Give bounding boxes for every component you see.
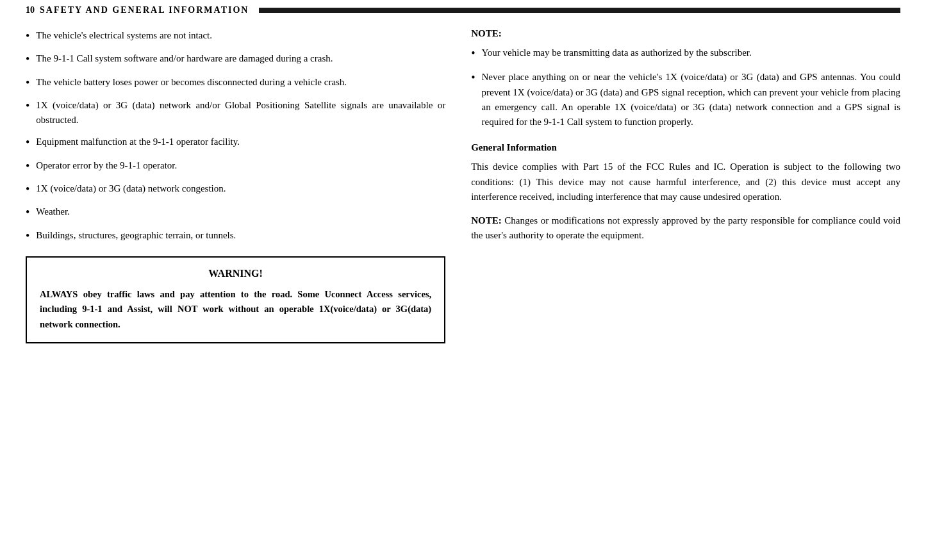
note-list-item: •Never place anything on or near the veh… xyxy=(471,70,900,129)
header-title: SAFETY AND GENERAL INFORMATION xyxy=(40,5,249,15)
bullet-dot: • xyxy=(26,229,29,243)
bullet-text: Weather. xyxy=(36,204,445,219)
list-item: •The vehicle's electrical systems are no… xyxy=(26,28,445,44)
bullet-text: The 9-1-1 Call system software and/or ha… xyxy=(36,51,445,66)
header-bar: 10 SAFETY AND GENERAL INFORMATION xyxy=(0,0,926,18)
bullet-text: The vehicle's electrical systems are not… xyxy=(36,28,445,43)
page-number: 10 xyxy=(26,5,35,15)
bullet-dot: • xyxy=(26,205,29,220)
list-item: •Buildings, structures, geographic terra… xyxy=(26,228,445,243)
warning-title: WARNING! xyxy=(40,268,431,279)
bullet-dot: • xyxy=(26,99,29,113)
note-bullet-text: Never place anything on or near the vehi… xyxy=(482,70,901,129)
list-item: •The vehicle battery loses power or beco… xyxy=(26,75,445,90)
bullet-list: •The vehicle's electrical systems are no… xyxy=(26,28,445,243)
bullet-dot: • xyxy=(26,29,29,44)
bullet-dot: • xyxy=(26,182,29,197)
page-container: 10 SAFETY AND GENERAL INFORMATION •The v… xyxy=(0,0,926,560)
note-body: NOTE: Changes or modifications not expre… xyxy=(471,213,900,243)
note-list-item: •Your vehicle may be transmitting data a… xyxy=(471,45,900,61)
list-item: •The 9-1-1 Call system software and/or h… xyxy=(26,51,445,67)
list-item: •Weather. xyxy=(26,204,445,220)
bullet-text: The vehicle battery loses power or becom… xyxy=(36,75,445,90)
note-bullet-list: •Your vehicle may be transmitting data a… xyxy=(471,45,900,129)
bullet-text: 1X (voice/data) or 3G (data) network and… xyxy=(36,98,445,127)
bullet-dot: • xyxy=(26,76,29,90)
bullet-dot: • xyxy=(26,135,29,150)
warning-box: WARNING! ALWAYS obey traffic laws and pa… xyxy=(26,256,445,343)
note-label: NOTE: xyxy=(471,28,900,39)
note-bullet-dot: • xyxy=(471,46,475,61)
bullet-text: 1X (voice/data) or 3G (data) network con… xyxy=(36,181,445,196)
warning-text: ALWAYS obey traffic laws and pay attenti… xyxy=(40,287,431,332)
header-rule xyxy=(259,8,900,13)
content-area: •The vehicle's electrical systems are no… xyxy=(0,28,926,343)
list-item: •Equipment malfunction at the 9-1-1 oper… xyxy=(26,135,445,150)
note-inline-label: NOTE: xyxy=(471,215,502,226)
note-bullet-text: Your vehicle may be transmitting data as… xyxy=(482,45,901,60)
general-info-body: This device complies with Part 15 of the… xyxy=(471,160,900,204)
bullet-dot: • xyxy=(26,159,29,174)
bullet-text: Equipment malfunction at the 9-1-1 opera… xyxy=(36,135,445,149)
note-bullet-dot: • xyxy=(471,70,475,85)
left-column: •The vehicle's electrical systems are no… xyxy=(26,28,445,343)
general-info-title: General Information xyxy=(471,142,900,153)
bullet-text: Operator error by the 9-1-1 operator. xyxy=(36,158,445,173)
note-body-text: Changes or modifications not expressly a… xyxy=(471,215,900,240)
list-item: •Operator error by the 9-1-1 operator. xyxy=(26,158,445,174)
list-item: •1X (voice/data) or 3G (data) network co… xyxy=(26,181,445,197)
right-column: NOTE: •Your vehicle may be transmitting … xyxy=(471,28,900,343)
bullet-dot: • xyxy=(26,52,29,67)
list-item: •1X (voice/data) or 3G (data) network an… xyxy=(26,98,445,127)
bullet-text: Buildings, structures, geographic terrai… xyxy=(36,228,445,243)
